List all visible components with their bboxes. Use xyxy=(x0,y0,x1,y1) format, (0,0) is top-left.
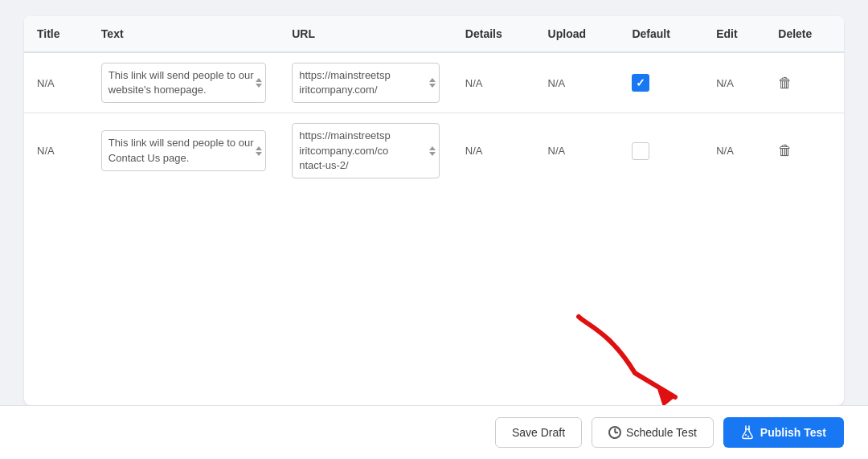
footer-bar: Save Draft Schedule Test Publish Test xyxy=(0,405,868,459)
scroll-arrows xyxy=(256,78,262,88)
default-checkbox-unchecked[interactable] xyxy=(632,142,649,160)
publish-test-button[interactable]: Publish Test xyxy=(723,417,844,448)
schedule-label: Schedule Test xyxy=(626,426,697,439)
publish-label: Publish Test xyxy=(760,426,826,439)
schedule-test-button[interactable]: Schedule Test xyxy=(592,417,714,448)
table-row: N/A This link will send people to our we… xyxy=(24,52,844,113)
col-default: Default xyxy=(619,16,703,52)
row2-details: N/A xyxy=(452,113,535,188)
row1-edit: N/A xyxy=(703,52,765,113)
svg-point-2 xyxy=(745,434,747,436)
row1-text-cell: This link will send people to our websit… xyxy=(88,52,279,113)
col-title: Title xyxy=(24,16,88,52)
col-upload: Upload xyxy=(535,16,620,52)
row1-url: https://mainstreetspiritcompany.com/ xyxy=(299,69,390,96)
save-draft-button[interactable]: Save Draft xyxy=(495,417,582,448)
table-row: N/A This link will send people to our Co… xyxy=(24,113,844,188)
row2-url-cell: https://mainstreetspiritcompany.com/cont… xyxy=(279,113,452,188)
row1-url-scrollable[interactable]: https://mainstreetspiritcompany.com/ xyxy=(292,63,440,103)
col-details: Details xyxy=(452,16,535,52)
svg-point-3 xyxy=(747,436,749,437)
row2-default[interactable] xyxy=(619,113,703,188)
col-text: Text xyxy=(88,16,279,52)
row1-delete[interactable]: 🗑 xyxy=(765,52,844,113)
default-checkbox-checked[interactable] xyxy=(632,74,649,92)
flask-icon xyxy=(741,425,754,440)
links-table: Title Text URL Details Upload Default Ed… xyxy=(24,16,844,188)
row2-url-scrollable[interactable]: https://mainstreetspiritcompany.com/cont… xyxy=(292,123,440,178)
row2-edit: N/A xyxy=(703,113,765,188)
row1-url-cell: https://mainstreetspiritcompany.com/ xyxy=(279,52,452,113)
row2-text: This link will send people to our Contac… xyxy=(108,137,254,163)
scroll-arrows xyxy=(429,146,436,156)
row1-text: This link will send people to our websit… xyxy=(108,69,254,96)
delete-icon[interactable]: 🗑 xyxy=(778,142,792,158)
row2-text-scrollable[interactable]: This link will send people to our Contac… xyxy=(101,130,266,170)
scroll-down-icon xyxy=(429,84,436,88)
main-container: Title Text URL Details Upload Default Ed… xyxy=(0,0,868,405)
row2-title: N/A xyxy=(24,113,88,188)
row2-url: https://mainstreetspiritcompany.com/cont… xyxy=(299,129,390,170)
scroll-arrows xyxy=(256,146,262,156)
scroll-down-icon xyxy=(429,152,436,156)
scroll-up-icon xyxy=(256,146,262,150)
row1-details: N/A xyxy=(452,52,535,113)
scroll-down-icon xyxy=(256,152,262,156)
scroll-arrows xyxy=(429,78,436,88)
row1-upload: N/A xyxy=(535,52,620,113)
col-delete: Delete xyxy=(765,16,844,52)
row2-upload: N/A xyxy=(535,113,620,188)
row2-text-cell: This link will send people to our Contac… xyxy=(88,113,279,188)
row1-default[interactable] xyxy=(619,52,703,113)
clock-icon xyxy=(608,426,621,439)
scroll-up-icon xyxy=(429,146,436,150)
table-wrapper: Title Text URL Details Upload Default Ed… xyxy=(24,16,844,405)
row1-text-scrollable[interactable]: This link will send people to our websit… xyxy=(101,63,266,103)
delete-icon[interactable]: 🗑 xyxy=(778,75,792,91)
scroll-up-icon xyxy=(429,78,436,82)
col-edit: Edit xyxy=(703,16,765,52)
col-url: URL xyxy=(279,16,452,52)
row1-title: N/A xyxy=(24,52,88,113)
scroll-up-icon xyxy=(256,78,262,82)
row2-delete[interactable]: 🗑 xyxy=(765,113,844,188)
scroll-down-icon xyxy=(256,84,262,88)
footer-wrapper: Save Draft Schedule Test Publish Test xyxy=(0,405,868,459)
